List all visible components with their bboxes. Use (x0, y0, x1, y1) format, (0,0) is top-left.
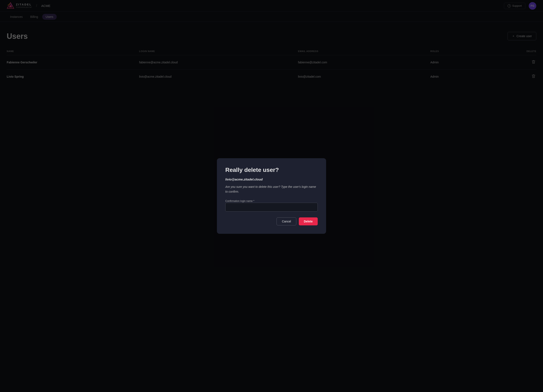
cancel-button[interactable]: Cancel (277, 217, 296, 225)
delete-confirm-button[interactable]: Delete (299, 217, 318, 225)
dialog-description: Are you sure you want to delete this use… (225, 185, 318, 194)
dialog-input-label: Confirmation login name * (225, 200, 254, 202)
dialog-login-name: livio@acme.zitadel.cloud (225, 178, 318, 181)
delete-dialog: Really delete user? livio@acme.zitadel.c… (217, 158, 326, 234)
confirmation-login-input[interactable] (225, 203, 318, 212)
dialog-overlay: Really delete user? livio@acme.zitadel.c… (0, 0, 543, 392)
dialog-actions: Cancel Delete (225, 217, 318, 225)
dialog-title: Really delete user? (225, 167, 318, 173)
